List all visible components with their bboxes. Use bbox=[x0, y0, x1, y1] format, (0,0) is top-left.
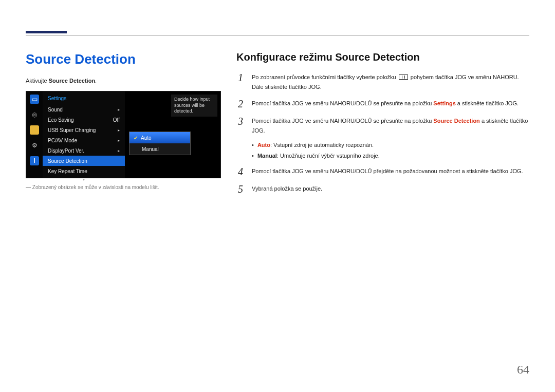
footnote-text: Zobrazený obrázek se může v závislosti n… bbox=[31, 184, 159, 190]
option-bullets: Auto: Vstupní zdroj je automaticky rozpo… bbox=[252, 140, 529, 161]
osd-item-label: Key Repeat Time bbox=[48, 169, 87, 174]
step-2: 2 Pomocí tlačítka JOG ve směru NAHORU/DO… bbox=[236, 99, 529, 109]
config-title: Konfigurace režimu Source Detection bbox=[236, 51, 529, 63]
arrow-right-icon: ▸ bbox=[118, 128, 120, 133]
footnote-dash: ― bbox=[26, 184, 31, 190]
step2-hl: Settings bbox=[433, 100, 455, 106]
arrow-right-icon: ▸ bbox=[118, 148, 120, 153]
step-3: 3 Pomocí tlačítka JOG ve směru NAHORU/DO… bbox=[236, 116, 529, 135]
step-text: Pomocí tlačítka JOG ve směru NAHORU/DOLŮ… bbox=[252, 166, 529, 176]
osd-submenu: ✔ Auto Manual bbox=[129, 132, 191, 155]
step3-a: Pomocí tlačítka JOG ve směru NAHORU/DOLŮ… bbox=[252, 118, 433, 124]
monitor-icon: ▭ bbox=[30, 95, 39, 104]
gear-icon: ⚙ bbox=[30, 141, 39, 150]
step-1: 1 Po zobrazení průvodce funkčními tlačít… bbox=[236, 72, 529, 91]
osd-sub-label: Manual bbox=[142, 146, 159, 152]
steps-list: 1 Po zobrazení průvodce funkčními tlačít… bbox=[236, 72, 529, 201]
step-number: 5 bbox=[236, 184, 245, 194]
step1-a: Po zobrazení průvodce funkčními tlačítky… bbox=[252, 74, 398, 80]
osd-item-label: Sound bbox=[48, 107, 63, 113]
step-text: Pomocí tlačítka JOG ve směru NAHORU/DOLŮ… bbox=[252, 116, 529, 135]
activate-instruction: Aktivujte Source Detection. bbox=[26, 78, 221, 84]
osd-item[interactable]: PC/AV Mode▸ bbox=[43, 135, 125, 145]
osd-item-label: Eco Saving bbox=[48, 117, 74, 123]
page-number: 64 bbox=[517, 363, 529, 377]
osd-item-label: Source Detection bbox=[48, 158, 87, 164]
osd-item[interactable]: Eco SavingOff bbox=[43, 115, 125, 125]
osd-sidebar-icons: ▭ ◎ ⚙ i bbox=[26, 91, 43, 178]
osd-item[interactable]: DisplayPort Ver.▸ bbox=[43, 145, 125, 156]
step-number: 2 bbox=[236, 99, 245, 109]
osd-item-label: USB Super Charging bbox=[48, 127, 96, 133]
target-icon: ◎ bbox=[30, 110, 39, 119]
left-column: Source Detection Aktivujte Source Detect… bbox=[26, 51, 221, 201]
osd-item[interactable]: Key Repeat Time bbox=[43, 166, 125, 176]
check-icon: ✔ bbox=[134, 135, 138, 141]
rule-line bbox=[26, 35, 529, 35]
step-4: 4 Pomocí tlačítka JOG ve směru NAHORU/DO… bbox=[236, 166, 529, 177]
bullet-manual-b: Manual bbox=[257, 153, 277, 159]
activate-suffix: . bbox=[95, 78, 97, 84]
step-number: 3 bbox=[236, 116, 245, 126]
step-number: 1 bbox=[236, 72, 245, 83]
osd-panel: ▭ ◎ ⚙ i Settings Sound▸ Eco SavingOff US… bbox=[26, 91, 221, 178]
osd-item-selected[interactable]: Source Detection bbox=[43, 156, 125, 166]
activate-bold: Source Detection bbox=[49, 78, 95, 84]
step-number: 4 bbox=[236, 166, 245, 177]
bullet-auto-hl: Auto bbox=[257, 142, 270, 148]
section-title: Source Detection bbox=[26, 51, 221, 67]
arrow-right-icon: ▸ bbox=[118, 138, 120, 143]
osd-submenu-item-selected[interactable]: ✔ Auto bbox=[130, 132, 190, 143]
bullet-manual-text: : Umožňuje ruční výběr vstupního zdroje. bbox=[277, 153, 380, 159]
osd-item[interactable]: USB Super Charging▸ bbox=[43, 125, 125, 135]
content: Source Detection Aktivujte Source Detect… bbox=[26, 51, 529, 201]
arrow-right-icon: ▸ bbox=[118, 107, 120, 112]
info-icon: i bbox=[30, 156, 39, 165]
step-text: Po zobrazení průvodce funkčními tlačítky… bbox=[252, 72, 529, 91]
osd-menu: Settings Sound▸ Eco SavingOff USB Super … bbox=[43, 91, 125, 178]
step-text: Pomocí tlačítka JOG ve směru NAHORU/DOLŮ… bbox=[252, 99, 529, 108]
step3-hl: Source Detection bbox=[433, 118, 479, 124]
step-5: 5 Vybraná položka se použije. bbox=[236, 184, 529, 194]
chevron-down-icon: ▾ bbox=[43, 176, 125, 182]
osd-menu-header: Settings bbox=[43, 95, 125, 104]
osd-footnote: ― Zobrazený obrázek se může v závislosti… bbox=[26, 184, 221, 190]
activate-prefix: Aktivujte bbox=[26, 78, 49, 84]
osd-item-label: DisplayPort Ver. bbox=[48, 148, 84, 154]
rule-accent bbox=[26, 31, 67, 33]
osd-submenu-item[interactable]: Manual bbox=[130, 143, 190, 155]
osd-tooltip: Decide how input sources will be detecte… bbox=[171, 95, 217, 117]
bullet-auto-text: : Vstupní zdroj je automaticky rozpoznán… bbox=[270, 142, 374, 148]
menu-grid-icon bbox=[399, 74, 408, 80]
osd-sub-label: Auto bbox=[141, 135, 152, 141]
right-column: Konfigurace režimu Source Detection 1 Po… bbox=[236, 51, 529, 201]
osd-item-value: Off bbox=[113, 117, 120, 123]
picture-icon bbox=[30, 125, 39, 135]
osd-item-label: PC/AV Mode bbox=[48, 138, 77, 143]
step-text: Vybraná položka se použije. bbox=[252, 184, 529, 194]
osd-item[interactable]: Sound▸ bbox=[43, 104, 125, 115]
bullet-auto: Auto: Vstupní zdroj je automaticky rozpo… bbox=[252, 140, 529, 151]
top-rule bbox=[26, 31, 529, 36]
step2-b: a stiskněte tlačítko JOG. bbox=[456, 100, 519, 106]
bullet-manual: Manual: Umožňuje ruční výběr vstupního z… bbox=[252, 151, 529, 161]
step2-a: Pomocí tlačítka JOG ve směru NAHORU/DOLŮ… bbox=[252, 100, 433, 106]
